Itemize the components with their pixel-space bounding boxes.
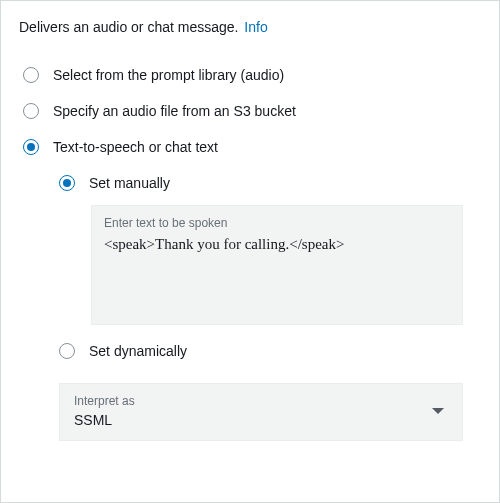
sub-option-set-dynamically[interactable]: Set dynamically bbox=[19, 333, 481, 369]
option-prompt-library[interactable]: Select from the prompt library (audio) bbox=[19, 57, 481, 93]
radio-unselected-icon bbox=[23, 103, 39, 119]
radio-unselected-icon bbox=[59, 343, 75, 359]
select-text: Interpret as SSML bbox=[74, 394, 135, 428]
option-s3-audio[interactable]: Specify an audio file from an S3 bucket bbox=[19, 93, 481, 129]
sub-option-set-manually[interactable]: Set manually bbox=[19, 165, 481, 201]
panel-header: Delivers an audio or chat message. Info bbox=[19, 19, 481, 35]
option-label: Text-to-speech or chat text bbox=[53, 139, 218, 155]
option-label: Specify an audio file from an S3 bucket bbox=[53, 103, 296, 119]
radio-unselected-icon bbox=[23, 67, 39, 83]
radio-selected-icon bbox=[59, 175, 75, 191]
info-link[interactable]: Info bbox=[244, 19, 267, 35]
option-text-to-speech[interactable]: Text-to-speech or chat text bbox=[19, 129, 481, 165]
tts-text-value: <speak>Thank you for calling.</speak> bbox=[104, 236, 450, 253]
chevron-down-icon bbox=[432, 408, 444, 414]
tts-text-placeholder: Enter text to be spoken bbox=[104, 216, 450, 230]
prompt-config-panel: Delivers an audio or chat message. Info … bbox=[0, 0, 500, 503]
interpret-as-label: Interpret as bbox=[74, 394, 135, 408]
sub-option-label: Set manually bbox=[89, 175, 170, 191]
panel-description: Delivers an audio or chat message. bbox=[19, 19, 238, 35]
interpret-as-value: SSML bbox=[74, 412, 135, 428]
sub-option-label: Set dynamically bbox=[89, 343, 187, 359]
radio-selected-icon bbox=[23, 139, 39, 155]
tts-text-input[interactable]: Enter text to be spoken <speak>Thank you… bbox=[91, 205, 463, 325]
interpret-as-select[interactable]: Interpret as SSML bbox=[59, 383, 463, 441]
option-label: Select from the prompt library (audio) bbox=[53, 67, 284, 83]
